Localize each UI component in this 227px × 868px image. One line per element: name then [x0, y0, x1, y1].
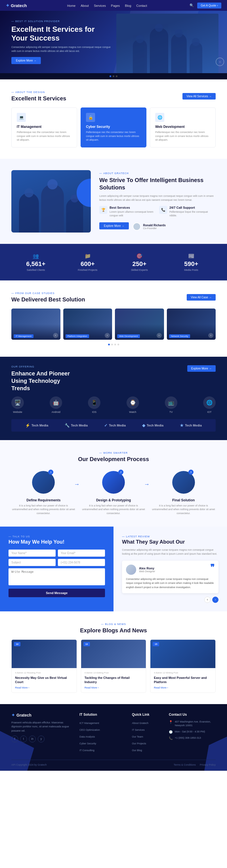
media-number: 590+	[170, 260, 213, 268]
cases-section: FROM OUR CASE STUDIES We Delivered Best …	[0, 280, 227, 357]
service-card-web-development[interactable]: 🌐 Web Development Pellentesque nec the c…	[150, 107, 216, 148]
contact-submit-button[interactable]: Send Message	[8, 589, 105, 597]
nav-contact[interactable]: Contact	[136, 3, 147, 8]
footer-youtube-icon[interactable]: y	[38, 736, 45, 742]
contact-phone-input[interactable]	[58, 559, 105, 566]
nav-blog[interactable]: Blog	[125, 3, 131, 8]
hero-dot-1[interactable]	[110, 75, 111, 77]
services-badge: ABOUT THE DESIGN	[11, 91, 66, 94]
about-explore-button[interactable]: Explore More →	[99, 222, 129, 229]
footer-facebook-icon[interactable]: f	[11, 736, 18, 742]
footer-about-gratech[interactable]: About Gratech	[132, 720, 163, 725]
tech-section: OUR OFFERING Enhance And Pioneer Using T…	[0, 357, 227, 440]
blog-card-2[interactable]: 13 4 Admin 13 Editing Post Tackling the …	[81, 640, 146, 693]
footer-data-analysis[interactable]: Data Analysis	[80, 734, 126, 739]
cta-button[interactable]: Get A Quote ›	[197, 3, 221, 8]
tech-brand-5: ★ Tech Media	[180, 423, 202, 428]
footer-about-col: ✦ Gratech Praesent vehicula aliquam effi…	[11, 713, 74, 754]
footer-our-team[interactable]: Our Team	[132, 734, 163, 739]
nav-home[interactable]: Home	[67, 3, 76, 8]
hero-section: BEST IT SOLUTION PROVIDER Excellent It S…	[0, 11, 227, 73]
search-icon[interactable]: 🔍	[190, 3, 194, 7]
footer-cyber-security[interactable]: Cyber Security	[80, 740, 126, 745]
brand-icon-4: ◆	[142, 423, 145, 428]
footer-our-blog[interactable]: Our Blog	[132, 747, 163, 752]
footer-terms-link[interactable]: Terms & Conditions	[174, 763, 196, 766]
footer-privacy-link[interactable]: Privacy Policy	[200, 763, 216, 766]
case-dot-3[interactable]	[114, 344, 116, 345]
tech-explore-button[interactable]: Explore More →	[187, 365, 216, 372]
about-team: Ronald Richards Co-Founder	[133, 223, 165, 230]
cases-badge: FROM OUR CASE STUDIES	[11, 292, 85, 294]
footer-twitter-icon[interactable]: t	[20, 736, 27, 742]
case-img-3: Web Development ›	[115, 309, 164, 340]
footer-ict-management[interactable]: ICT Management	[80, 720, 126, 725]
footer-it-services[interactable]: IT Services	[132, 727, 163, 732]
brand-name-5: Tech Media	[185, 424, 202, 427]
case-card-web-development[interactable]: Web Development ›	[115, 309, 164, 340]
nav-about[interactable]: About	[81, 3, 89, 8]
testimonial-next-button[interactable]: ›	[212, 597, 219, 603]
nav-pages[interactable]: Pages	[111, 3, 120, 8]
case-card-platform-integration[interactable]: Platform Integration ›	[63, 309, 112, 340]
blog-card-3[interactable]: 15 4 Admin 12 Writing Post Easy and Most…	[150, 640, 216, 693]
blog-title-2: Tackling the Changes of Retail Industry	[85, 676, 143, 685]
blog-read-more-2[interactable]: Read More ›	[85, 686, 143, 689]
case-arrow-3[interactable]: ›	[157, 333, 162, 338]
hero-image	[116, 13, 219, 73]
blog-grid: 10 4 Admin 12 Reading Post Necessity May…	[11, 640, 216, 693]
tech-watch[interactable]: ⌚ Watch	[126, 396, 139, 413]
case-dot-2[interactable]	[111, 344, 113, 345]
case-card-it-management[interactable]: IT Management ›	[11, 309, 60, 340]
contact-subject-input[interactable]	[8, 559, 56, 566]
footer-our-projects[interactable]: Our Projects	[132, 740, 163, 745]
testimonial-title: What They Say About Our	[122, 539, 219, 545]
services-view-all-button[interactable]: View All Services →	[182, 93, 216, 99]
cases-view-all-button[interactable]: View All Case →	[187, 294, 216, 301]
case-arrow-2[interactable]: ›	[105, 333, 110, 338]
hero-dot-2[interactable]	[113, 75, 114, 77]
tech-brand-2: 🔧 Tech Media	[65, 423, 88, 428]
stat-media: 📰 590+ Media Posts	[167, 250, 216, 274]
logo-icon: ✦	[6, 3, 9, 8]
case-arrow-4[interactable]: ›	[208, 333, 214, 338]
blog-card-1[interactable]: 10 4 Admin 12 Reading Post Necessity May…	[11, 640, 77, 693]
testimonial-section: LATEST REVIEW What They Say About Our Co…	[113, 527, 227, 611]
step-2-number: 2	[118, 470, 123, 475]
tech-badge: OUR OFFERING	[11, 365, 74, 368]
hero-cta-button[interactable]: Explore More →	[11, 57, 41, 64]
nav-services[interactable]: Services	[94, 3, 106, 8]
tech-tv[interactable]: 📺 TV	[165, 396, 177, 413]
blog-read-more-1[interactable]: Read More ›	[15, 686, 73, 689]
tech-ios[interactable]: 📱 IOS	[88, 396, 101, 413]
hero-dot-3[interactable]	[116, 75, 117, 77]
tech-title: Enhance And Pioneer Using Technology Tre…	[11, 370, 74, 392]
hero-circle-decoration: ○	[216, 58, 224, 66]
footer-linkedin-icon[interactable]: in	[29, 736, 36, 742]
footer-ceo-optimization[interactable]: CEO Optimization	[80, 727, 126, 732]
tech-android[interactable]: 🤖 Android	[50, 396, 62, 413]
service-card-cyber-security[interactable]: 🔒 Cyber Security Pellentesque nec the co…	[81, 107, 146, 148]
footer-about-text: Praesent vehicula aliquam efficitur. Mae…	[11, 720, 74, 733]
case-dot-4[interactable]	[117, 344, 119, 345]
cases-header: FROM OUR CASE STUDIES We Delivered Best …	[11, 292, 216, 303]
about-text: Lorem adipiscing elit semper curae torqu…	[99, 194, 216, 202]
contact-name-input[interactable]	[8, 550, 56, 557]
contact-email-input[interactable]	[58, 550, 105, 557]
contact-message-input[interactable]	[8, 568, 105, 585]
cases-header-left: FROM OUR CASE STUDIES We Delivered Best …	[11, 292, 85, 303]
blog-date-1: 10	[14, 642, 21, 646]
tech-website[interactable]: 🖥️ Website	[11, 396, 24, 413]
case-card-network-security[interactable]: Network Security ›	[167, 309, 216, 340]
testimonial-prev-button[interactable]: ‹	[204, 597, 210, 603]
website-icon: 🖥️	[11, 396, 24, 409]
blog-read-more-3[interactable]: Read More ›	[154, 686, 212, 689]
navbar-logo[interactable]: ✦ Gratech	[6, 3, 27, 8]
footer-it-consulting[interactable]: IT Consulting	[80, 747, 126, 752]
tech-iot[interactable]: 🌐 IOT	[203, 396, 216, 413]
projects-icon: 📁	[66, 253, 110, 259]
case-arrow-1[interactable]: ›	[53, 333, 58, 338]
service-card-it-management[interactable]: 💻 IT Management Pellentesque nec the con…	[11, 107, 77, 148]
tv-icon: 📺	[165, 396, 177, 409]
case-dot-1[interactable]	[108, 344, 110, 345]
